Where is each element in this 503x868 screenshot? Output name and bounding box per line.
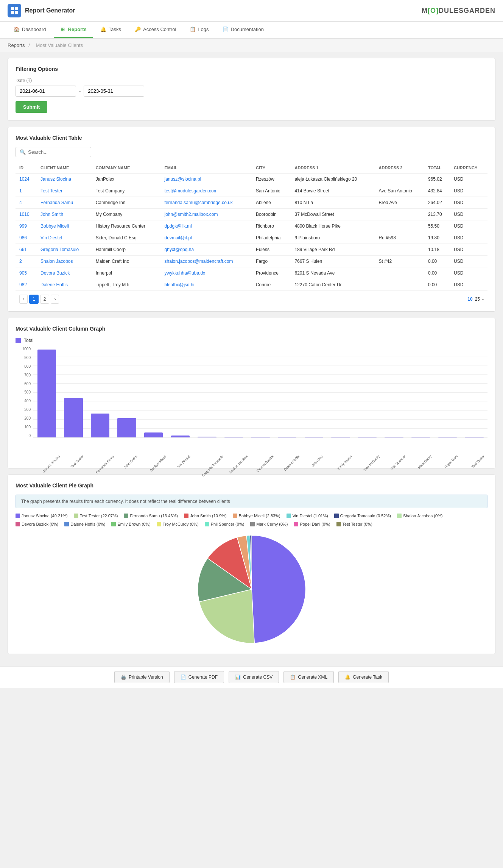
cell-currency: USD	[450, 220, 487, 232]
nav-item-reports[interactable]: ⊞ Reports	[54, 22, 93, 38]
bar[interactable]	[117, 418, 136, 437]
cell-company: Innerpol	[92, 267, 161, 279]
generate-task-button[interactable]: 🔔 Generate Task	[338, 671, 389, 683]
cell-address2	[375, 220, 424, 232]
cell-email[interactable]: dpdgk@llk.ml	[161, 220, 252, 232]
col-email: EMAIL	[161, 162, 252, 173]
search-input[interactable]	[28, 149, 89, 155]
cell-id[interactable]: 905	[16, 267, 37, 279]
cell-client-name[interactable]: John Smith	[37, 209, 92, 220]
col-address2: ADDRESS 2	[375, 162, 424, 173]
cell-id[interactable]: 1	[16, 185, 37, 197]
breadcrumb-parent[interactable]: Reports	[8, 42, 25, 48]
cell-id[interactable]: 1010	[16, 209, 37, 220]
table-header-row: ID CLIENT NAME COMPANY NAME EMAIL CITY A…	[16, 162, 487, 173]
cell-client-name[interactable]: Bobbye Miceli	[37, 220, 92, 232]
grid-line	[33, 365, 487, 365]
cell-id[interactable]: 1024	[16, 173, 37, 185]
svg-rect-2	[11, 11, 14, 14]
page-1-button[interactable]: 1	[29, 295, 39, 304]
cell-email[interactable]: qhyxt@opq.ha	[161, 244, 252, 256]
bar-label: Dalene Hoffis	[283, 454, 300, 471]
pie-slice[interactable]	[252, 535, 306, 643]
bar[interactable]	[144, 432, 163, 437]
cell-id[interactable]: 661	[16, 244, 37, 256]
bar[interactable]	[278, 437, 296, 437]
pie-legend-color	[336, 522, 341, 526]
pie-legend-item: Janusz Slocina (49.21%)	[16, 514, 68, 518]
bar[interactable]	[465, 437, 483, 437]
bar[interactable]	[331, 437, 350, 437]
footer: 🖨️ Printable Version 📄 Generate PDF 📊 Ge…	[0, 666, 503, 688]
cell-client-name[interactable]: Test Tester	[37, 185, 92, 197]
table-title: Most Valuable Client Table	[16, 135, 487, 141]
pie-legend-color	[64, 522, 69, 526]
cell-client-name[interactable]: Shalon Jacobos	[37, 256, 92, 267]
cell-city: Providence	[252, 267, 291, 279]
cell-address2: St #42	[375, 256, 424, 267]
bar-label: Popel Dani	[444, 454, 458, 469]
cell-id[interactable]: 4	[16, 197, 37, 209]
cell-client-name[interactable]: Fernanda Samu	[37, 197, 92, 209]
cell-email[interactable]: hleafbc@jsd.hi	[161, 279, 252, 291]
cell-address1: 6201 S Nevada Ave	[291, 267, 375, 279]
cell-id[interactable]: 982	[16, 279, 37, 291]
cell-id[interactable]: 2	[16, 256, 37, 267]
cell-address1: 9 Plainsboro	[291, 232, 375, 244]
generate-xml-button[interactable]: 📋 Generate XML	[283, 671, 334, 683]
cell-client-name[interactable]: Janusz Slocina	[37, 173, 92, 185]
bar[interactable]	[224, 437, 243, 437]
home-icon: 🏠	[14, 26, 20, 32]
cell-email[interactable]: john@smith2.mailbox.com	[161, 209, 252, 220]
date-info-icon[interactable]: ℹ	[26, 78, 32, 83]
cell-email[interactable]: test@modulesgarden.com	[161, 185, 252, 197]
bar[interactable]	[91, 414, 109, 437]
printable-version-button[interactable]: 🖨️ Printable Version	[114, 671, 170, 683]
cell-client-name[interactable]: Vin Diestel	[37, 232, 92, 244]
submit-button[interactable]: Submit	[16, 101, 47, 113]
nav-item-dashboard[interactable]: 🏠 Dashboard	[8, 22, 52, 38]
bar[interactable]	[64, 398, 83, 437]
cell-address1: aleja Łukasza Cieplińskiego 20	[291, 173, 375, 185]
pagination-right: 10 25 -	[467, 297, 484, 302]
bar[interactable]	[438, 437, 457, 437]
bar[interactable]	[171, 436, 190, 437]
prev-page-button[interactable]: ‹	[19, 295, 28, 304]
cell-client-name[interactable]: Gregoria Tomasulo	[37, 244, 92, 256]
bar-label: Fernanda Samu	[95, 454, 115, 475]
bar[interactable]	[198, 437, 216, 437]
bar[interactable]	[385, 437, 403, 437]
date-to-input[interactable]	[84, 86, 144, 97]
bar[interactable]	[411, 437, 430, 437]
pie-legend-color	[184, 514, 188, 518]
cell-city: Euless	[252, 244, 291, 256]
generate-pdf-button[interactable]: 📄 Generate PDF	[174, 671, 224, 683]
cell-client-name[interactable]: Devora Buzick	[37, 267, 92, 279]
cell-id[interactable]: 986	[16, 232, 37, 244]
bar[interactable]	[37, 350, 56, 437]
table-row: 2 Shalon Jacobos Maiden Craft Inc shalon…	[16, 256, 487, 267]
bar[interactable]	[358, 437, 377, 437]
cell-total: 213.70	[424, 209, 450, 220]
nav-item-access-control[interactable]: 🔑 Access Control	[129, 22, 182, 38]
bar[interactable]	[251, 437, 269, 437]
cell-client-name[interactable]: Dalene Hoffis	[37, 279, 92, 291]
page-2-button[interactable]: 2	[40, 295, 50, 304]
nav-item-documentation[interactable]: 📄 Documentation	[216, 22, 270, 38]
next-page-button[interactable]: ›	[51, 295, 59, 304]
nav-item-tasks[interactable]: 🔔 Tasks	[94, 22, 127, 38]
date-from-input[interactable]	[16, 86, 76, 97]
cell-email[interactable]: ywykkuhha@uba.dx	[161, 267, 252, 279]
cell-email[interactable]: fernanda.samu@cambridge.co.uk	[161, 197, 252, 209]
cell-email[interactable]: janusz@slocina.pl	[161, 173, 252, 185]
cell-city: Conroe	[252, 279, 291, 291]
cell-id[interactable]: 999	[16, 220, 37, 232]
bar[interactable]	[305, 437, 323, 437]
cell-email[interactable]: shalon.jacobos@maidencraft.com	[161, 256, 252, 267]
pie-legend-text: Janusz Slocina (49.21%)	[22, 514, 68, 518]
grid-line	[33, 410, 487, 411]
generate-csv-button[interactable]: 📊 Generate CSV	[229, 671, 279, 683]
nav-item-logs[interactable]: 📋 Logs	[184, 22, 215, 38]
cell-email[interactable]: devmail@it.pl	[161, 232, 252, 244]
cell-currency: USD	[450, 232, 487, 244]
